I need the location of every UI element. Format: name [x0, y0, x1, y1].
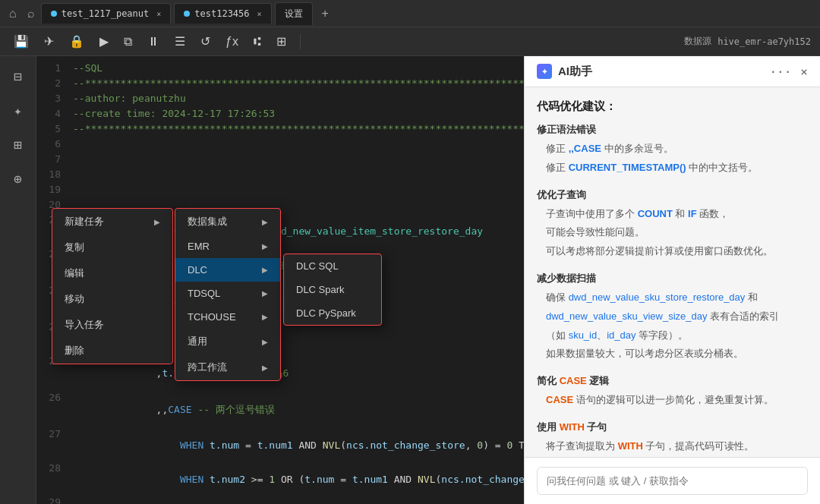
line-28: 28 WHEN t.num2 >= 1 OR (t.num = t.num1 A… — [36, 462, 524, 496]
sub-submenu: DLC SQL DLC Spark DLC PySpark — [283, 254, 382, 326]
ai-text-2: 修正 CURRENT_TIMESTAMP() 中的中文括号。 — [546, 160, 808, 176]
ai-text-7: dwd_new_value_sku_view_size_day 表有合适的索引 — [546, 309, 808, 325]
submenu-list: 数据集成 ▶ EMR ▶ DLC ▶ TDSQL ▶ — [175, 208, 281, 381]
menu-item-label: 移动 — [65, 292, 84, 306]
ai-text-5: 可以考虑将部分逻辑提前计算或使用窗口函数优化。 — [546, 244, 808, 260]
copy-icon[interactable]: ⧉ — [119, 32, 137, 52]
arrow-icon: ▶ — [154, 218, 160, 226]
lock-icon[interactable]: 🔒 — [65, 31, 89, 52]
submenu: 数据集成 ▶ EMR ▶ DLC ▶ TDSQL ▶ — [175, 208, 281, 381]
submenu-item-tchouse[interactable]: TCHOUSE ▶ — [175, 305, 280, 329]
toolbar: 💾 ✈ 🔒 ▶ ⧉ ⏸ ☰ ↺ ƒx ⑆ ⊞ 数据源 hive_emr-ae7y… — [0, 27, 820, 56]
sidebar: ⊟ ✦ ⊞ ⊕ — [0, 56, 36, 504]
search-icon[interactable]: ⌕ — [24, 4, 38, 24]
arrow-icon: ▶ — [262, 289, 268, 298]
menu-item-new-task[interactable]: 新建任务 ▶ — [52, 209, 172, 235]
sidebar-icon-4[interactable]: ⊕ — [8, 165, 28, 193]
ai-text-4: 可能会导致性能问题。 — [546, 225, 808, 241]
sub-submenu-item-dlc-pyspark[interactable]: DLC PySpark — [284, 301, 381, 325]
submenu-item-dlc[interactable]: DLC ▶ — [175, 258, 280, 282]
tab-close-icon[interactable]: × — [156, 10, 161, 18]
tab-test123456[interactable]: test123456 × — [174, 3, 271, 24]
editor-area[interactable]: 1 --SQL 2 --****************************… — [36, 56, 524, 504]
home-icon[interactable]: ⌂ — [6, 4, 20, 24]
ai-text-3: 子查询中使用了多个 COUNT 和 IF 函数， — [546, 206, 808, 222]
menu-item-import[interactable]: 导入任务 — [52, 312, 172, 338]
line-6: 6 — [36, 138, 524, 153]
ai-panel-title: ✦ AI助手 — [537, 64, 592, 79]
ai-input-field[interactable] — [537, 467, 808, 495]
ai-subsection-subquery-title: 优化子查询 — [537, 188, 808, 202]
ai-more-icon[interactable]: ··· — [769, 65, 791, 79]
ai-text-8: （如 sku_id、id_day 等字段）。 — [546, 328, 808, 344]
pause-icon[interactable]: ⏸ — [143, 32, 164, 52]
submenu-item-general[interactable]: 通用 ▶ — [175, 329, 280, 354]
ai-subsection-case-title: 简化 CASE 逻辑 — [537, 374, 808, 388]
line-18: 18 — [36, 169, 524, 184]
ai-panel: ✦ AI助手 ··· × 代码优化建议： 修正语法错误 修正 ,,CASE 中的… — [524, 56, 820, 504]
function-icon[interactable]: ƒx — [221, 32, 243, 52]
toolbar-datasource: 数据源 hive_emr-ae7yh152 — [684, 35, 811, 48]
arrow-icon: ▶ — [262, 338, 268, 346]
submenu-item-tdsql[interactable]: TDSQL ▶ — [175, 282, 280, 305]
menu-item-move[interactable]: 移动 — [52, 286, 172, 312]
play-icon[interactable]: ▶ — [95, 31, 113, 52]
branch-icon[interactable]: ⑆ — [249, 32, 266, 52]
sidebar-icon-1[interactable]: ⊟ — [8, 62, 28, 90]
context-menu-overlay: 新建任务 ▶ 复制 编辑 移动 导入任务 删除 — [52, 208, 173, 364]
submenu-item-data-integration[interactable]: 数据集成 ▶ — [175, 209, 280, 235]
ai-header-icons: ··· × — [769, 65, 808, 79]
line-7: 7 — [36, 153, 524, 169]
menu-item-copy[interactable]: 复制 — [52, 235, 172, 260]
ai-subsection-with: 使用 WITH 子句 将子查询提取为 WITH 子句，提高代码可读性。 — [537, 421, 808, 455]
save-icon[interactable]: 💾 — [9, 31, 33, 52]
menu-item-label: 新建任务 — [65, 215, 104, 228]
ai-close-icon[interactable]: × — [800, 65, 808, 79]
sub-submenu-item-dlc-spark[interactable]: DLC Spark — [284, 278, 381, 301]
menu-item-label: 编辑 — [65, 266, 84, 280]
sub-submenu-list: DLC SQL DLC Spark DLC PySpark — [283, 254, 382, 326]
menu-item-label: 删除 — [65, 344, 84, 358]
ai-text-10: CASE 语句的逻辑可以进一步简化，避免重复计算。 — [546, 392, 808, 408]
schedule-icon[interactable]: ⊞ — [272, 31, 291, 52]
line-3: 3 --author: peanutzhu — [36, 93, 524, 108]
line-1: 1 --SQL — [36, 62, 524, 77]
tab-label2: test123456 — [194, 8, 249, 19]
arrow-icon: ▶ — [262, 364, 268, 372]
arrow-icon: ▶ — [262, 218, 268, 226]
datasource-label: 数据源 — [684, 35, 711, 48]
line-4: 4 --create time: 2024-12-17 17:26:53 — [36, 108, 524, 123]
datasource-value: hive_emr-ae7yh152 — [718, 36, 811, 47]
submenu-item-cross-workflow[interactable]: 跨工作流 ▶ — [175, 354, 280, 380]
line-5: 5 --************************************… — [36, 123, 524, 138]
main-content: ⊟ ✦ ⊞ ⊕ 1 --SQL 2 --********************… — [0, 56, 820, 504]
submenu-item-emr[interactable]: EMR ▶ — [175, 235, 280, 258]
tab-settings-label: 设置 — [285, 8, 303, 20]
tab-settings[interactable]: 设置 — [275, 2, 313, 25]
arrow-icon: ▶ — [262, 242, 268, 250]
ai-subsection-subquery: 优化子查询 子查询中使用了多个 COUNT 和 IF 函数， 可能会导致性能问题… — [537, 188, 808, 260]
menu-item-edit[interactable]: 编辑 — [52, 260, 172, 286]
send-icon[interactable]: ✈ — [39, 31, 58, 52]
ai-subsection-with-title: 使用 WITH 子句 — [537, 421, 808, 434]
ai-subsection-scan-title: 减少数据扫描 — [537, 272, 808, 285]
ai-title-text: AI助手 — [558, 65, 592, 79]
line-29: 29 ELSE 3 — [36, 496, 524, 504]
tab-test1217[interactable]: test_1217_peanut × — [41, 3, 172, 24]
sidebar-icon-3[interactable]: ⊞ — [8, 131, 28, 159]
ai-subsection-syntax-title: 修正语法错误 — [537, 123, 808, 137]
line-2: 2 --************************************… — [36, 77, 524, 93]
menu-item-label: 复制 — [65, 241, 84, 254]
tab-close-icon2[interactable]: × — [257, 10, 262, 18]
sub-submenu-item-dlc-sql[interactable]: DLC SQL — [284, 254, 381, 278]
add-tab-button[interactable]: + — [319, 4, 332, 24]
tab-bar-left: ⌂ ⌕ — [6, 4, 38, 24]
ai-text-9: 如果数据量较大，可以考虑分区表或分桶表。 — [546, 346, 808, 362]
arrow-icon: ▶ — [262, 313, 268, 321]
sidebar-icon-2[interactable]: ✦ — [8, 96, 28, 124]
menu-item-delete[interactable]: 删除 — [52, 338, 172, 364]
tab-dot2 — [184, 11, 190, 17]
list-icon[interactable]: ☰ — [170, 31, 190, 52]
refresh-icon[interactable]: ↺ — [196, 31, 215, 52]
ai-input-area — [525, 457, 820, 504]
